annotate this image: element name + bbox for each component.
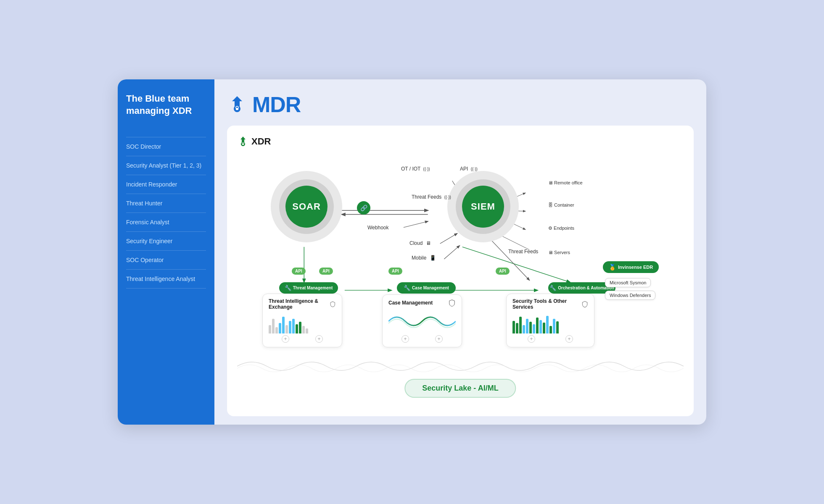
waveform-background <box>237 349 684 383</box>
security-tools-card: Security Tools & Other Services <box>506 294 594 347</box>
sidebar-item-soc-operator[interactable]: SOC Operator <box>126 250 206 269</box>
threat-feeds-bottom-label: Threat Feeds <box>508 249 538 255</box>
sidebar-nav: SOC Director Security Analyst (Tier 1, 2… <box>126 137 206 289</box>
threat-intel-card-title: Threat Intelligence & Exchange <box>269 298 336 310</box>
header-title: MDR <box>252 92 301 117</box>
sidebar-item-forensic-analyst[interactable]: Forensic Analyst <box>126 213 206 231</box>
connector-node: 🔗 <box>357 201 370 215</box>
plus-btn-1[interactable]: + <box>282 335 289 343</box>
sidebar-item-security-engineer[interactable]: Security Engineer <box>126 231 206 250</box>
plus-btn-2[interactable]: + <box>315 335 323 343</box>
header: MDR <box>227 92 694 117</box>
plus-btn-4[interactable]: + <box>435 335 443 343</box>
windows-defenders-card: Windows Defenders <box>605 291 655 300</box>
sidebar-item-threat-hunter[interactable]: Threat Hunter <box>126 194 206 213</box>
plus-btn-5[interactable]: + <box>528 335 535 343</box>
xdr-label-text: XDR <box>251 136 271 147</box>
ot-iot-label: OT / IOT ((·)) <box>401 166 430 172</box>
security-tools-card-title: Security Tools & Other Services <box>512 298 588 310</box>
microsoft-sysmon-card: Microsoft Sysmon <box>605 278 651 287</box>
plus-btn-3[interactable]: + <box>401 335 409 343</box>
security-tools-plus-row: + + <box>512 335 588 343</box>
servers-label: 🖥 Servers <box>548 250 570 255</box>
webhook-label: Webhook <box>367 225 388 231</box>
shield-icon-1 <box>330 300 336 308</box>
security-tools-bars <box>512 312 588 333</box>
svg-line-17 <box>489 238 530 280</box>
edr-card: 🏅 Invinsense EDR <box>603 261 659 273</box>
diagram-area: SOAR SIEM OT / IOT ((·)) <box>237 154 684 406</box>
case-mgmt-wave <box>388 311 456 332</box>
sidebar: The Blue team managing XDR SOC Director … <box>118 79 214 425</box>
case-management-node: 🔧 Case Management <box>397 282 456 294</box>
threat-management-node: 🔧 Threat Management <box>279 282 338 294</box>
api-badge-1: API <box>292 268 306 275</box>
siem-node-outer: SIEM <box>447 171 519 242</box>
security-lake-label: Security Lake - AI/ML <box>404 379 516 398</box>
sidebar-item-threat-intel-analyst[interactable]: Threat Intelligence Analyst <box>126 269 206 289</box>
soar-node-outer: SOAR <box>271 171 342 242</box>
mdr-logo-icon <box>227 94 247 115</box>
threat-feeds-top-label: Threat Feeds ((·)) <box>412 194 451 200</box>
sidebar-item-soc-director[interactable]: SOC Director <box>126 137 206 156</box>
threat-intel-bars <box>269 312 336 333</box>
xdr-logo-icon <box>237 136 249 147</box>
sidebar-item-incident-responder[interactable]: Incident Responder <box>126 175 206 194</box>
api-badge-4: API <box>496 268 510 275</box>
content-area: MDR XDR <box>214 79 706 425</box>
sidebar-item-security-analyst[interactable]: Security Analyst (Tier 1, 2, 3) <box>126 156 206 175</box>
svg-line-11 <box>440 234 457 244</box>
endpoints-label: ⚙ Endpoints <box>548 226 574 231</box>
cloud-label: Cloud 🖥 <box>409 240 431 246</box>
xdr-label: XDR <box>237 136 684 147</box>
api-badge-2: API <box>319 268 333 275</box>
case-mgmt-data-card: Case Management <box>382 294 462 347</box>
case-mgmt-plus-row: + + <box>388 335 456 343</box>
main-card: The Blue team managing XDR SOC Director … <box>118 79 706 425</box>
container-label: 🗄 Container <box>548 202 574 207</box>
plus-btn-6[interactable]: + <box>565 335 573 343</box>
svg-line-10 <box>404 221 428 227</box>
threat-intel-plus-row: + + <box>269 335 336 343</box>
shield-icon-2 <box>448 299 456 307</box>
soar-node-mid: SOAR <box>279 179 334 234</box>
siem-node-inner: SIEM <box>462 186 504 228</box>
svg-line-12 <box>444 246 460 259</box>
sidebar-title: The Blue team managing XDR <box>126 93 206 117</box>
soar-node-inner: SOAR <box>285 186 327 228</box>
siem-node-mid: SIEM <box>456 179 510 234</box>
threat-intel-card: Threat Intelligence & Exchange <box>262 294 342 347</box>
api-badge-3: API <box>388 268 402 275</box>
case-mgmt-card-title: Case Management <box>388 299 456 307</box>
api-top-label: API ((·)) <box>460 166 478 172</box>
remote-office-label: 🖥 Remote office <box>548 180 583 185</box>
diagram-card: XDR <box>227 126 694 416</box>
shield-icon-3 <box>581 300 588 308</box>
mobile-label: Mobile 📱 <box>412 255 436 261</box>
